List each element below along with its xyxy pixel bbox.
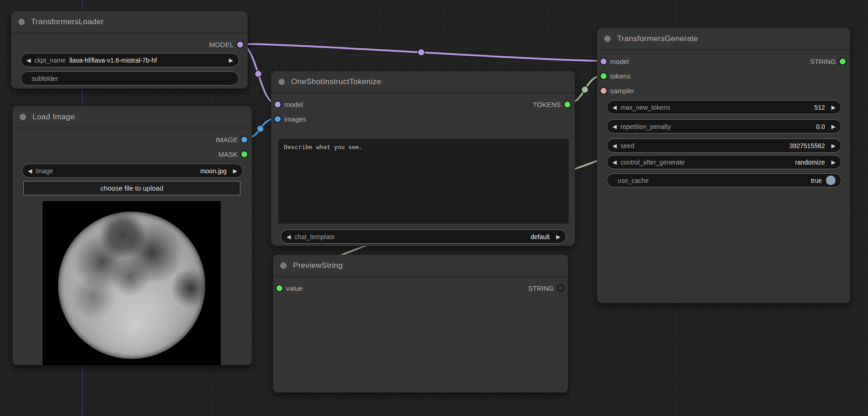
widget-label: subfolder xyxy=(32,75,58,82)
increment-arrow-icon[interactable]: ▶ xyxy=(831,143,836,149)
widget-label: max_new_tokens xyxy=(620,104,670,111)
images-input-port[interactable] xyxy=(274,115,282,123)
widget-label: repetition_penalty xyxy=(620,123,671,130)
STRING-output-port[interactable] xyxy=(557,284,564,292)
increment-arrow-icon[interactable]: ▶ xyxy=(556,234,560,240)
MODEL-output-port[interactable] xyxy=(236,41,244,48)
increment-arrow-icon[interactable]: ▶ xyxy=(229,58,233,63)
widget-value: 0.0 xyxy=(816,123,825,130)
moon-graphic xyxy=(58,212,205,359)
image-widget[interactable]: ◀imagemoon.jpg▶ xyxy=(22,164,243,178)
node-title-bar[interactable]: Load Image xyxy=(13,107,251,128)
choose-file-button[interactable]: choose file to upload xyxy=(23,181,240,195)
repetition_penalty-widget[interactable]: ◀repetition_penalty0.0▶ xyxy=(607,119,841,133)
node-graph-canvas[interactable]: TransformersLoaderMODEL◀ckpt_namellava-h… xyxy=(0,0,868,416)
images-input-label: images xyxy=(284,115,306,123)
seed-widget[interactable]: ◀seed3927515562▶ xyxy=(607,139,841,153)
widget-value: moon.jpg xyxy=(200,167,227,175)
increment-arrow-icon[interactable]: ▶ xyxy=(831,105,836,110)
node-title: TransformersGenerate xyxy=(617,34,698,43)
node-title-bar[interactable]: TransformersGenerate xyxy=(597,28,850,50)
ckpt_name-widget[interactable]: ◀ckpt_namellava-hf/llava-v1.6-mistral-7b… xyxy=(21,53,239,67)
widget-value: default xyxy=(531,233,550,240)
widget-label: control_after_generate xyxy=(620,159,685,166)
model-input-port[interactable] xyxy=(274,101,282,108)
tokens-input-label: tokens xyxy=(610,72,630,80)
node-status-dot-icon xyxy=(18,19,25,25)
node-status-dot-icon xyxy=(604,36,611,42)
sampler-input-port[interactable] xyxy=(600,87,607,95)
value-input-label: value xyxy=(286,284,303,292)
increment-arrow-icon[interactable]: ▶ xyxy=(233,168,237,174)
decrement-arrow-icon[interactable]: ◀ xyxy=(28,168,32,174)
node-tokenize[interactable]: OneShotInstructTokenizemodelTOKENSimages… xyxy=(271,71,575,246)
model-input-label: model xyxy=(610,58,629,65)
link-midpoint-dot xyxy=(581,86,588,93)
widget-label: ckpt_name xyxy=(34,57,65,64)
decrement-arrow-icon[interactable]: ◀ xyxy=(612,124,617,129)
decrement-arrow-icon[interactable]: ◀ xyxy=(287,234,291,240)
decrement-arrow-icon[interactable]: ◀ xyxy=(612,105,617,110)
node-status-dot-icon xyxy=(280,262,287,269)
node-title: PreviewString xyxy=(293,261,343,270)
use_cache-widget[interactable]: use_cachetrue xyxy=(607,173,841,187)
widget-value: llava-hf/llava-v1.6-mistral-7b-hf xyxy=(69,57,157,64)
widget-label: use_cache xyxy=(618,177,649,184)
MASK-output-port[interactable] xyxy=(240,150,248,158)
increment-arrow-icon[interactable]: ▶ xyxy=(831,124,836,129)
TOKENS-output-label: TOKENS xyxy=(533,101,561,108)
widget-value: true xyxy=(811,177,822,184)
widget-value: 512 xyxy=(814,104,825,111)
node-load_image[interactable]: Load ImageIMAGEMASK◀imagemoon.jpg▶choose… xyxy=(12,106,252,365)
decrement-arrow-icon[interactable]: ◀ xyxy=(612,160,617,165)
STRING-output-label: STRING xyxy=(528,284,554,292)
node-title: Load Image xyxy=(32,112,75,122)
increment-arrow-icon[interactable]: ▶ xyxy=(831,160,836,165)
widget-label: image xyxy=(36,167,53,175)
node-generate[interactable]: TransformersGeneratemodelSTRINGtokenssam… xyxy=(597,28,850,303)
node-title: TransformersLoader xyxy=(31,17,104,27)
IMAGE-output-port[interactable] xyxy=(240,136,248,144)
value-input-port[interactable] xyxy=(276,284,283,292)
decrement-arrow-icon[interactable]: ◀ xyxy=(27,58,31,63)
STRING-output-label: STRING xyxy=(810,58,836,65)
node-loader[interactable]: TransformersLoaderMODEL◀ckpt_namellava-h… xyxy=(11,11,248,89)
subfolder-widget[interactable]: subfolder xyxy=(21,71,239,85)
node-title-bar[interactable]: TransformersLoader xyxy=(11,11,247,33)
node-preview[interactable]: PreviewStringvalueSTRING xyxy=(273,255,568,393)
TOKENS-output-port[interactable] xyxy=(564,101,571,108)
link-midpoint-dot xyxy=(255,70,262,77)
IMAGE-output-label: IMAGE xyxy=(216,136,238,144)
sampler-input-label: sampler xyxy=(610,87,634,95)
max_new_tokens-widget[interactable]: ◀max_new_tokens512▶ xyxy=(607,100,841,114)
decrement-arrow-icon[interactable]: ◀ xyxy=(612,143,617,149)
control_after_generate-widget[interactable]: ◀control_after_generaterandomize▶ xyxy=(607,155,841,169)
MODEL-output-label: MODEL xyxy=(209,41,234,48)
toggle-knob-icon[interactable] xyxy=(826,176,836,185)
widget-value: randomize xyxy=(795,159,825,166)
widget-label: seed xyxy=(620,142,634,149)
prompt-textarea[interactable]: Describe what you see. xyxy=(278,139,569,224)
node-title-bar[interactable]: OneShotInstructTokenize xyxy=(272,71,575,93)
chat_template-widget[interactable]: ◀chat_templatedefault▶ xyxy=(281,229,566,244)
widget-label: chat_template xyxy=(294,233,335,240)
tokens-input-port[interactable] xyxy=(600,72,607,80)
node-title: OneShotInstructTokenize xyxy=(291,77,381,86)
MASK-output-label: MASK xyxy=(218,150,238,158)
STRING-output-port[interactable] xyxy=(839,58,847,65)
node-title-bar[interactable]: PreviewString xyxy=(273,255,568,277)
model-input-port[interactable] xyxy=(600,58,607,65)
node-status-dot-icon xyxy=(20,114,26,120)
node-status-dot-icon xyxy=(278,79,285,85)
image-preview xyxy=(43,201,221,365)
button-label: choose file to upload xyxy=(101,184,164,192)
model-input-label: model xyxy=(284,101,303,108)
link-midpoint-dot xyxy=(418,49,425,56)
link-midpoint-dot xyxy=(257,125,264,132)
widget-value: 3927515562 xyxy=(789,142,825,149)
